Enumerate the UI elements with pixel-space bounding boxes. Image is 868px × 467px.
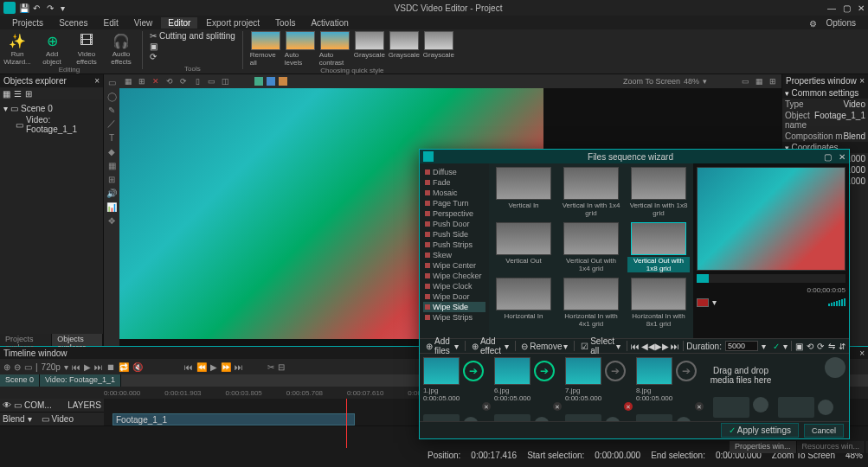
remove-button[interactable]: ⊖Remove▾: [518, 341, 570, 352]
style-auto-contrast[interactable]: Auto contrast: [319, 31, 350, 67]
cancel-button[interactable]: Cancel: [804, 424, 844, 438]
arrow-right-icon[interactable]: ➔: [676, 361, 697, 381]
panel-close-icon[interactable]: ×: [859, 349, 865, 358]
chevron-down-icon[interactable]: ▾: [703, 77, 707, 86]
style-grayscale-3[interactable]: Grayscale: [423, 31, 454, 67]
dialog-close-icon[interactable]: ✕: [839, 152, 845, 162]
tool-icon[interactable]: ✎: [106, 104, 118, 116]
effect-list-item[interactable]: Wipe Strips: [423, 312, 485, 323]
panel-close-icon[interactable]: ×: [94, 76, 100, 86]
props-section-common[interactable]: ▾ Common settings: [782, 87, 868, 99]
arrow-right-icon[interactable]: ➔: [605, 361, 626, 381]
rotate-left-icon[interactable]: ⟲: [807, 341, 813, 351]
style-auto-levels[interactable]: Auto levels: [285, 31, 316, 67]
tool-icon[interactable]: ◆: [106, 145, 118, 157]
skip-end-icon[interactable]: ⏭: [235, 362, 243, 372]
effect-list-item[interactable]: Wipe Door: [423, 291, 485, 302]
effect-list-item[interactable]: Push Strips: [423, 240, 485, 250]
tab-properties[interactable]: Properties win...: [730, 441, 797, 453]
stop-icon[interactable]: ⏹: [106, 362, 115, 372]
file-strip-item[interactable]: ➔7.jpg0:00:05.000 ✕: [565, 357, 633, 418]
timeline-clip[interactable]: Footage_1_1: [113, 413, 355, 425]
toolbar-icon[interactable]: ▦: [754, 76, 764, 86]
chevron-down-icon[interactable]: ▾: [762, 342, 766, 351]
prop-row[interactable]: TypeVideo: [782, 99, 868, 110]
prev-frame-icon[interactable]: ⏮: [72, 362, 80, 372]
effect-list-item[interactable]: Diffuse: [423, 167, 485, 177]
file-remove-icon[interactable]: ✕: [624, 402, 633, 411]
transition-cell[interactable]: Vertical In: [492, 167, 555, 217]
dialog-maximize-icon[interactable]: ▢: [824, 152, 832, 162]
panel-close-icon[interactable]: ×: [859, 76, 865, 86]
arrow-right-icon[interactable]: ➔: [534, 361, 555, 381]
chevron-down-icon[interactable]: ▾: [783, 342, 788, 351]
tab-objects-explorer[interactable]: Objects explorer: [52, 334, 103, 346]
toolbar-icon[interactable]: ▦: [123, 76, 133, 86]
remove-icon[interactable]: ⊖: [14, 362, 21, 372]
options-link[interactable]: Options: [820, 17, 863, 29]
tree-scene-node[interactable]: ▾▭Scene 0: [3, 103, 100, 114]
file-placeholder[interactable]: [636, 414, 672, 421]
next-icon[interactable]: ▶▶: [657, 341, 667, 351]
check-icon[interactable]: ✓: [773, 341, 780, 351]
mute-icon[interactable]: 🔇: [132, 362, 143, 372]
toolbar-icon[interactable]: ▭: [740, 76, 750, 86]
menu-edit[interactable]: Edit: [96, 17, 125, 29]
tool-icon[interactable]: 🔊: [106, 187, 118, 199]
flip-v-icon[interactable]: ⇵: [839, 341, 845, 351]
maximize-icon[interactable]: ▢: [843, 3, 851, 13]
tool-icon[interactable]: ◯: [106, 90, 118, 102]
track-header-blend[interactable]: Blend ▾ ▭ Video: [0, 413, 104, 426]
file-placeholder[interactable]: [565, 414, 601, 421]
timeline-tab[interactable]: Scene 0: [0, 374, 40, 387]
qat-save-icon[interactable]: 💾: [19, 3, 28, 12]
toolbar-icon[interactable]: ⊞: [137, 76, 147, 86]
file-remove-icon[interactable]: ✕: [553, 402, 562, 411]
loop-icon[interactable]: 🔁: [119, 362, 129, 372]
effect-list-item[interactable]: Push Side: [423, 229, 485, 240]
effect-list-item[interactable]: Wipe Center: [423, 260, 485, 271]
transition-cell[interactable]: Vertical Out with 1x8 grid: [627, 222, 690, 272]
toolbar-icon[interactable]: ▯: [192, 76, 203, 86]
file-placeholder[interactable]: [494, 414, 530, 421]
duration-input[interactable]: [725, 341, 758, 351]
forward-icon[interactable]: ⏩: [221, 362, 231, 372]
tool-row-2[interactable]: ▣: [150, 42, 235, 51]
prop-row[interactable]: Composition mBlend: [782, 131, 868, 142]
swatch-icon[interactable]: [254, 77, 263, 86]
effect-list-item[interactable]: Wipe Checker: [423, 271, 485, 281]
rotate-right-icon[interactable]: ⟳: [817, 341, 824, 351]
effect-list-item[interactable]: Skew: [423, 250, 485, 260]
tool-icon[interactable]: ▭: [106, 76, 118, 88]
delete-icon[interactable]: ✕: [151, 76, 161, 86]
menu-editor[interactable]: Editor: [161, 17, 197, 29]
minimize-icon[interactable]: —: [827, 3, 836, 13]
toolbar-icon[interactable]: ⊞: [25, 89, 32, 99]
skip-start-icon[interactable]: ⏮: [184, 362, 193, 372]
effect-list-item[interactable]: Mosaic: [423, 188, 485, 198]
playhead[interactable]: [346, 399, 347, 448]
tool-text-icon[interactable]: T: [106, 131, 118, 144]
file-strip-item[interactable]: ➔6.jpg0:00:05.000 ✕: [494, 357, 562, 418]
chevron-down-icon[interactable]: ▾: [712, 297, 717, 307]
zoom-label[interactable]: Zoom To Screen: [623, 77, 680, 86]
lock-icon[interactable]: ▭: [14, 400, 22, 410]
toolbar-icon[interactable]: ◫: [220, 76, 230, 86]
effect-list-item[interactable]: Fade: [423, 177, 485, 188]
effect-list-item[interactable]: Wipe Side: [423, 302, 485, 312]
chevron-down-icon[interactable]: ▾: [64, 362, 68, 372]
chevron-down-icon[interactable]: ▾: [28, 414, 32, 424]
style-grayscale-1[interactable]: Grayscale: [354, 31, 385, 67]
toolbar-icon[interactable]: ⟲: [164, 76, 175, 86]
file-strip-item[interactable]: ➔1.jpg0:00:05.000 ✕: [423, 357, 491, 418]
transition-cell[interactable]: Vertical Out with 1x4 grid: [560, 222, 622, 272]
cut-icon[interactable]: ✂: [267, 362, 274, 372]
menu-scenes[interactable]: Scenes: [52, 17, 94, 29]
split-icon[interactable]: ⊟: [278, 362, 285, 372]
add-object-button[interactable]: ⊕Add object: [38, 31, 66, 66]
next-frame-icon[interactable]: ⏭: [94, 362, 103, 372]
tool-icon[interactable]: 📊: [106, 201, 118, 213]
prop-row[interactable]: Object nameFootage_1_1: [782, 110, 868, 131]
transition-cell[interactable]: Horizontal In: [492, 278, 555, 328]
preview-scrubber[interactable]: [697, 274, 845, 283]
